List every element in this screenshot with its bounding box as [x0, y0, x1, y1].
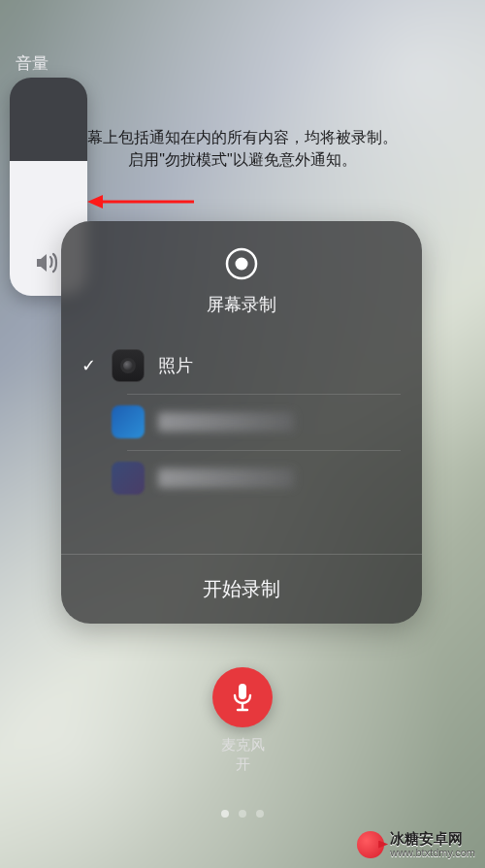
- mic-label-line2: 开: [236, 755, 250, 772]
- watermark-url: www.btxtdmy.com: [390, 847, 475, 858]
- microphone-toggle-button[interactable]: [212, 667, 273, 727]
- destination-label-blurred: [158, 412, 294, 432]
- app-icon-blurred: [112, 462, 145, 495]
- mic-label-line1: 麦克风: [221, 736, 265, 753]
- destination-item-app2[interactable]: [61, 394, 422, 450]
- destination-item-app3[interactable]: [61, 450, 422, 506]
- microphone-icon: [230, 682, 255, 713]
- watermark-logo-icon: [357, 831, 384, 858]
- svg-point-3: [236, 258, 248, 271]
- photos-app-icon: [112, 349, 145, 382]
- page-indicator: [0, 810, 485, 818]
- start-recording-label: 开始录制: [203, 576, 280, 602]
- panel-title: 屏幕录制: [207, 293, 276, 316]
- destination-list: ✓ 照片: [61, 330, 422, 554]
- destination-item-photos[interactable]: ✓ 照片: [61, 338, 422, 394]
- page-dot: [239, 810, 246, 818]
- destination-label: 照片: [158, 354, 193, 377]
- panel-header: 屏幕录制: [61, 221, 422, 330]
- watermark-brand: 冰糖安卓网: [390, 830, 463, 847]
- record-icon: [224, 246, 259, 285]
- watermark: 冰糖安卓网 www.btxtdmy.com: [357, 830, 475, 858]
- notice-line2: 启用"勿扰模式"以避免意外通知。: [128, 151, 356, 168]
- app-icon-blurred: [112, 405, 145, 438]
- microphone-control: 麦克风 开: [0, 667, 485, 775]
- watermark-text: 冰糖安卓网 www.btxtdmy.com: [390, 830, 475, 858]
- checkmark-icon: ✓: [79, 355, 98, 376]
- start-recording-button[interactable]: 开始录制: [61, 554, 422, 624]
- notice-line1: 幕上包括通知在内的所有内容，均将被录制。: [87, 129, 398, 145]
- svg-rect-4: [239, 684, 246, 699]
- destination-label-blurred: [158, 468, 294, 488]
- camera-lens-icon: [120, 358, 136, 373]
- volume-track-empty: [10, 78, 87, 161]
- page-dot: [221, 810, 229, 818]
- screen-recording-panel: 屏幕录制 ✓ 照片 开始录制: [61, 221, 422, 624]
- microphone-status-label: 麦克风 开: [221, 735, 265, 775]
- volume-label: 音量: [16, 52, 48, 75]
- page-dot: [256, 810, 264, 818]
